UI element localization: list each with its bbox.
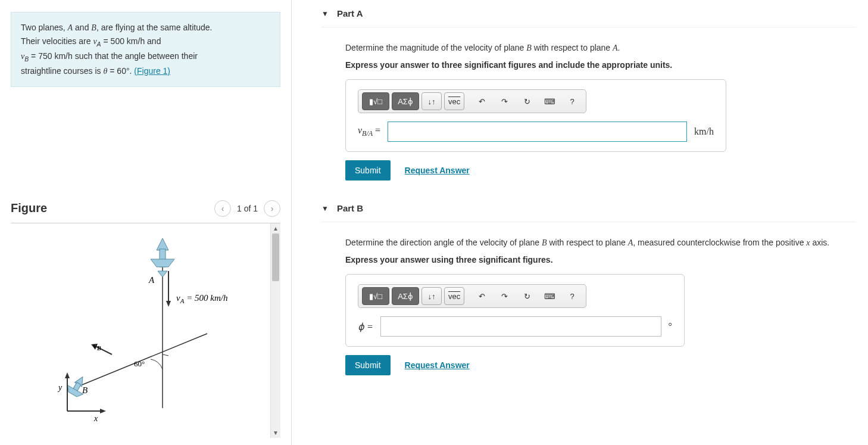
text: with respect to plane bbox=[532, 43, 613, 52]
scroll-down-icon[interactable]: ▼ bbox=[271, 428, 280, 438]
theta-value: = 60° bbox=[107, 66, 129, 76]
figure-section: Figure ‹ 1 of 1 › bbox=[11, 200, 280, 438]
figure-link[interactable]: (Figure 1) bbox=[134, 66, 170, 76]
keyboard-button[interactable]: ⌨ bbox=[539, 287, 560, 305]
text: , are flying at the same altitude. bbox=[96, 23, 213, 32]
label-x: x bbox=[93, 414, 98, 423]
part-b-input[interactable] bbox=[380, 316, 661, 337]
label-A: A bbox=[148, 275, 155, 285]
svg-marker-6 bbox=[158, 271, 167, 277]
keyboard-button[interactable]: ⌨ bbox=[539, 92, 560, 110]
unit: km/h bbox=[124, 36, 145, 46]
undo-icon: ↶ bbox=[479, 97, 485, 106]
help-button[interactable]: ? bbox=[562, 92, 582, 110]
text: axis. bbox=[810, 238, 830, 247]
help-icon: ? bbox=[570, 97, 574, 106]
subsup-button[interactable]: ↓↑ bbox=[421, 287, 442, 305]
templates-button[interactable]: ▮√□ bbox=[362, 287, 389, 305]
text: = bbox=[101, 36, 111, 46]
part-b-prompt: Determine the direction angle of the vel… bbox=[345, 236, 856, 249]
right-pane: ▼ Part A Determine the magnitude of the … bbox=[292, 0, 868, 445]
text: such that the angle between their bbox=[73, 51, 198, 61]
redo-icon: ↷ bbox=[501, 97, 508, 106]
vec-button[interactable]: vec bbox=[444, 92, 464, 110]
templates-button[interactable]: ▮√□ bbox=[362, 92, 389, 110]
text: Determine the magnitude of the velocity … bbox=[345, 43, 526, 52]
var-A: A bbox=[628, 238, 633, 247]
part-a-instruction: Express your answer to three significant… bbox=[345, 60, 856, 70]
text: and bbox=[145, 36, 161, 46]
text: Determine the direction angle of the vel… bbox=[345, 238, 542, 247]
part-b-submit-button[interactable]: Submit bbox=[345, 355, 391, 375]
label-B: B bbox=[82, 385, 88, 395]
scroll-thumb[interactable] bbox=[272, 234, 279, 281]
templates-icon: ▮√□ bbox=[369, 97, 382, 106]
part-b-label: ϕ = bbox=[358, 321, 373, 332]
figure-pager: ‹ 1 of 1 › bbox=[214, 200, 280, 217]
scroll-up-icon[interactable]: ▲ bbox=[271, 223, 280, 234]
part-a-submit-button[interactable]: Submit bbox=[345, 160, 391, 181]
subsup-icon: ↓↑ bbox=[428, 97, 436, 106]
text: straightline courses is bbox=[21, 66, 104, 76]
undo-button[interactable]: ↶ bbox=[472, 287, 492, 305]
part-b-instruction: Express your answer using three signific… bbox=[345, 255, 856, 264]
part-a-prompt: Determine the magnitude of the velocity … bbox=[345, 42, 856, 54]
caret-down-icon: ▼ bbox=[321, 204, 329, 213]
redo-button[interactable]: ↷ bbox=[494, 92, 514, 110]
var-B: B bbox=[526, 43, 532, 52]
unit: km/h bbox=[52, 51, 73, 61]
part-b-title: Part B bbox=[337, 203, 363, 213]
undo-button[interactable]: ↶ bbox=[472, 92, 492, 110]
svg-marker-3 bbox=[157, 238, 168, 250]
keyboard-icon: ⌨ bbox=[544, 292, 555, 301]
help-button[interactable]: ? bbox=[562, 287, 582, 305]
undo-icon: ↶ bbox=[479, 292, 485, 301]
svg-marker-2 bbox=[166, 301, 171, 307]
vb-value: 750 bbox=[38, 51, 52, 61]
caret-down-icon: ▼ bbox=[321, 10, 329, 18]
prev-figure-button[interactable]: ‹ bbox=[214, 200, 231, 217]
part-a-input[interactable] bbox=[388, 122, 687, 142]
svg-marker-16 bbox=[65, 372, 70, 378]
part-a-header[interactable]: ▼ Part A bbox=[321, 0, 856, 27]
var-A: A bbox=[613, 43, 618, 52]
left-pane: Two planes, A and B, are flying at the s… bbox=[0, 0, 292, 445]
eq: = bbox=[373, 125, 380, 135]
part-a-unit: km/h bbox=[694, 126, 714, 137]
text: Two planes, bbox=[21, 23, 68, 32]
vec-icon: vec bbox=[448, 97, 460, 106]
part-a-body: Determine the magnitude of the velocity … bbox=[321, 27, 856, 195]
reset-button[interactable]: ↻ bbox=[517, 287, 537, 305]
part-b-header[interactable]: ▼ Part B bbox=[321, 195, 856, 222]
equation-toolbar: ▮√□ ΑΣϕ ↓↑ vec ↶ ↷ ↻ ⌨ ? bbox=[358, 89, 586, 113]
text: . bbox=[618, 43, 620, 52]
svg-marker-5 bbox=[151, 259, 174, 267]
part-a-answer-box: ▮√□ ΑΣϕ ↓↑ vec ↶ ↷ ↻ ⌨ ? vB/A = km/h bbox=[345, 79, 726, 152]
svg-line-8 bbox=[163, 354, 168, 356]
reset-button[interactable]: ↻ bbox=[517, 92, 537, 110]
figure-title: Figure bbox=[11, 201, 47, 215]
redo-button[interactable]: ↷ bbox=[494, 287, 514, 305]
pager-text: 1 of 1 bbox=[235, 204, 260, 213]
next-figure-button[interactable]: › bbox=[264, 200, 280, 217]
vec-button[interactable]: vec bbox=[444, 287, 464, 305]
text: = bbox=[29, 51, 38, 61]
text: Their velocities are bbox=[21, 36, 93, 46]
part-a-request-answer-link[interactable]: Request Answer bbox=[405, 166, 470, 175]
label-angle: 60° bbox=[134, 359, 145, 368]
reset-icon: ↻ bbox=[524, 97, 530, 106]
part-b-unit: ° bbox=[669, 321, 672, 332]
subsup-icon: ↓↑ bbox=[428, 292, 436, 301]
label-y: y bbox=[57, 383, 63, 392]
var-A: A bbox=[68, 23, 73, 32]
label-vB: vB bbox=[93, 341, 101, 351]
greek-button[interactable]: ΑΣϕ bbox=[392, 287, 419, 305]
sub-A: A bbox=[97, 41, 101, 48]
svg-marker-17 bbox=[100, 409, 106, 413]
label-vA: vA = 500 km/h bbox=[176, 293, 227, 304]
part-b-request-answer-link[interactable]: Request Answer bbox=[405, 360, 470, 370]
greek-button[interactable]: ΑΣϕ bbox=[392, 92, 419, 110]
subsup-button[interactable]: ↓↑ bbox=[421, 92, 442, 110]
figure-scrollbar[interactable]: ▲ ▼ bbox=[270, 223, 280, 438]
greek-icon: ΑΣϕ bbox=[398, 292, 413, 301]
